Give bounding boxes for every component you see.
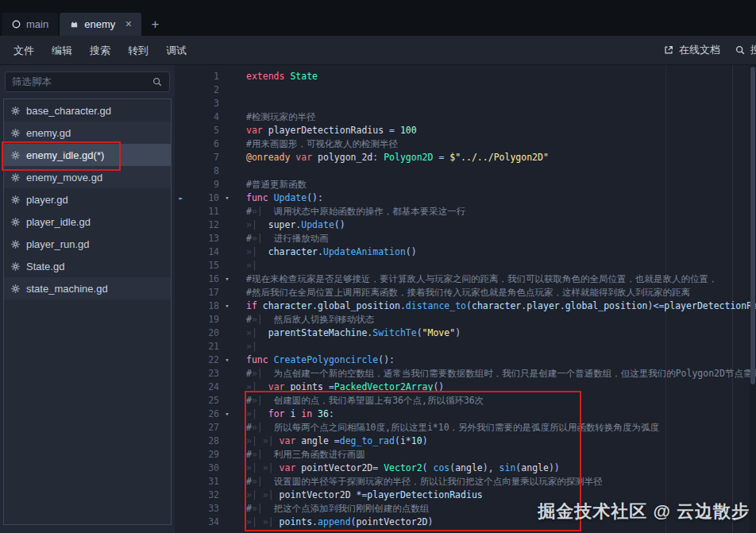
code-line[interactable]: 25#»| 创建圆的点，我们希望圆上有36个点,所以循环36次 [175, 394, 756, 407]
code-line[interactable]: 18▾if character.global_position.distance… [175, 299, 756, 313]
script-list-item[interactable]: State.gd [4, 255, 171, 277]
code-line[interactable]: 22▾func CreatePolygoncircle(): [175, 353, 756, 367]
menu-item[interactable]: 编辑 [43, 36, 81, 65]
script-list-item[interactable]: base_character.gd [4, 99, 171, 122]
line-number[interactable]: 12 [187, 218, 219, 232]
code-line[interactable]: 6#用来画圆形，可视化敌人的检测半径 [175, 137, 756, 151]
code-line[interactable]: 11#»| 调用状态中原始函数的操作，都基本要采这一行 [175, 205, 756, 218]
menu-item[interactable]: 调试 [157, 36, 195, 65]
code-line[interactable]: 3 [175, 97, 756, 110]
script-list-item[interactable]: enemy.gd [4, 122, 171, 144]
gutter-space [175, 218, 187, 232]
fold-arrow-icon[interactable]: ▾ [219, 272, 235, 286]
code-line[interactable]: 12»| super.Update() [175, 218, 756, 232]
code-line[interactable]: 30»| »| var pointVector2D= Vector2( cos(… [175, 462, 756, 475]
scrollbar-thumb[interactable] [750, 67, 755, 384]
line-number[interactable]: 31 [187, 475, 219, 489]
tab-enemy[interactable]: enemy ✕ [60, 13, 141, 36]
menu-item[interactable]: 文件 [5, 36, 43, 65]
filter-scripts-input[interactable]: 筛选脚本 [5, 71, 170, 92]
code-line[interactable]: 9#普通更新函数 [175, 178, 756, 191]
code-line[interactable]: 4#检测玩家的半径 [175, 110, 756, 124]
gutter-space [175, 164, 187, 178]
online-docs-button[interactable]: 在线文档 [663, 43, 720, 57]
tab-main[interactable]: main [2, 13, 58, 36]
line-number[interactable]: 20 [187, 326, 219, 340]
code-line[interactable]: ►10▾func Update(): [175, 191, 756, 205]
fold-arrow-icon[interactable]: ▾ [219, 191, 235, 205]
line-number[interactable]: 5 [187, 124, 219, 137]
line-number[interactable]: 27 [187, 421, 219, 435]
code-line[interactable]: 13#»| 进行播放动画 [175, 232, 756, 245]
line-number[interactable]: 25 [187, 394, 219, 407]
line-number[interactable]: 6 [187, 137, 219, 151]
code-line[interactable]: 21»| [175, 340, 756, 353]
script-list-item[interactable]: player.gd [4, 188, 171, 210]
code-line[interactable]: 29#»| 利用三角函数进行画圆 [175, 448, 756, 462]
code-line[interactable]: 15»| [175, 259, 756, 272]
line-number[interactable]: 22 [187, 353, 219, 367]
line-number[interactable]: 2 [187, 83, 219, 97]
fold-space [219, 97, 235, 110]
line-number[interactable]: 32 [187, 489, 219, 502]
line-number[interactable]: 23 [187, 367, 219, 380]
code-line[interactable]: 27#»| 所以每两个点之间相隔10度,所以这里i*10，另外我们需要的是弧度所… [175, 421, 756, 435]
code-editor[interactable]: 1extends State234#检测玩家的半径5var playerDete… [175, 65, 756, 533]
line-number[interactable]: 13 [187, 232, 219, 245]
search-help-button[interactable]: 搜 [735, 43, 756, 57]
code-line[interactable]: 20»| parentStateMachine.SwitchTe("Move") [175, 326, 756, 340]
script-list-item[interactable]: state_machine.gd [4, 277, 171, 299]
line-number[interactable]: 16 [187, 272, 219, 286]
code-line[interactable]: 23#»| 为点创建一个新的空数组，通常当我们需要数据数组时，我们只是创建一个普… [175, 367, 756, 380]
line-number[interactable]: 28 [187, 435, 219, 448]
line-number[interactable]: 34 [187, 516, 219, 529]
code-line[interactable]: 7@onready var polygon_2d: Polygon2D = $"… [175, 151, 756, 164]
fold-arrow-icon[interactable]: ▾ [219, 353, 235, 367]
code-line[interactable]: 1extends State [175, 70, 756, 83]
close-tab-icon[interactable]: ✕ [125, 20, 132, 29]
scene-tab-bar: main enemy ✕ + [0, 0, 756, 36]
script-list-item[interactable]: player_run.gd [4, 233, 171, 255]
line-number[interactable]: 1 [187, 70, 219, 83]
line-number[interactable]: 29 [187, 448, 219, 462]
line-number[interactable]: 30 [187, 462, 219, 475]
code-line[interactable]: 31#»| 设置圆的半径等于探测玩家的半径，所以让我们把这个点向量乘以玩家的探测… [175, 475, 756, 489]
script-list-item[interactable]: player_idle.gd [4, 210, 171, 233]
script-list-item[interactable]: enemy_move.gd [4, 166, 171, 188]
line-number[interactable]: 10 [187, 191, 219, 205]
line-number[interactable]: 33 [187, 502, 219, 516]
line-number[interactable]: 17 [187, 286, 219, 299]
menu-item[interactable]: 转到 [119, 36, 157, 65]
fold-arrow-icon[interactable]: ▾ [219, 299, 235, 313]
editor-scrollbar[interactable] [750, 65, 756, 533]
line-number[interactable]: 21 [187, 340, 219, 353]
code-line[interactable]: 5var playerDetectionRadius = 100 [175, 124, 756, 137]
line-number[interactable]: 8 [187, 164, 219, 178]
code-line[interactable]: 19#»| 然后敌人切换到移动状态 [175, 313, 756, 326]
code-line[interactable]: 24»| var points =PackedVector2Array() [175, 380, 756, 394]
code-line[interactable]: 16▾#现在来检查玩家是否足够接近，要计算敌人与玩家之间的距离，我们可以获取角色… [175, 272, 756, 286]
fold-arrow-icon[interactable]: ▾ [219, 407, 235, 421]
code-line[interactable]: 14»| character.UpdateAnimation() [175, 245, 756, 259]
line-number[interactable]: 4 [187, 110, 219, 124]
new-tab-button[interactable]: + [143, 13, 167, 36]
code-line[interactable]: 26▾»| for i in 36: [175, 407, 756, 421]
code-line[interactable]: 28»| »| var angle =deg_to_rad(i*10) [175, 435, 756, 448]
menu-item[interactable]: 搜索 [81, 36, 119, 65]
line-number[interactable]: 11 [187, 205, 219, 218]
line-number[interactable]: 9 [187, 178, 219, 191]
script-list-item[interactable]: enemy_idle.gd(*) [4, 144, 171, 166]
gutter-space [175, 326, 187, 340]
gutter-space [175, 124, 187, 137]
line-number[interactable]: 7 [187, 151, 219, 164]
code-line[interactable]: 8 [175, 164, 756, 178]
code-line[interactable]: 2 [175, 83, 756, 97]
code-line[interactable]: 17#然后我们在全局位置上调用距离函数，接着我们传入玩家也就是角色点玩家，这样就… [175, 286, 756, 299]
line-number[interactable]: 14 [187, 245, 219, 259]
line-number[interactable]: 15 [187, 259, 219, 272]
line-number[interactable]: 19 [187, 313, 219, 326]
line-number[interactable]: 24 [187, 380, 219, 394]
line-number[interactable]: 18 [187, 299, 219, 313]
line-number[interactable]: 3 [187, 97, 219, 110]
line-number[interactable]: 26 [187, 407, 219, 421]
